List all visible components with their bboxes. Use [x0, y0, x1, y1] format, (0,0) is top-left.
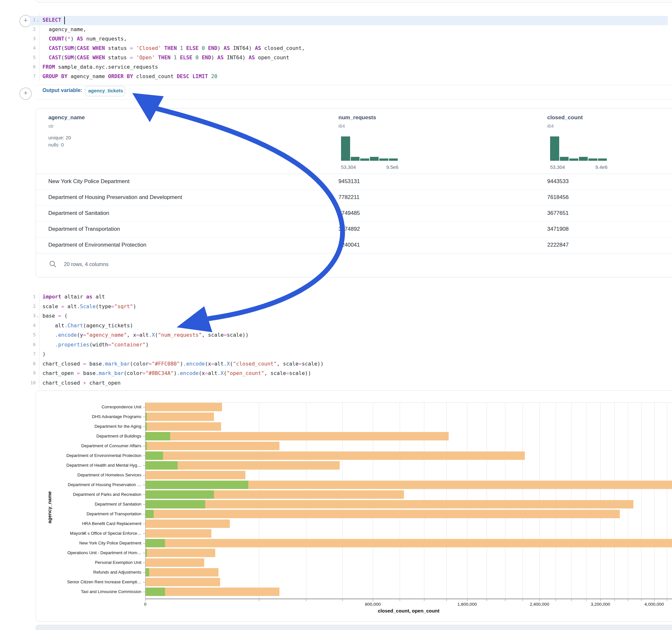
code-line[interactable]: FROM sample_data.nyc.service_requests	[43, 64, 158, 70]
histogram-bar	[579, 157, 588, 161]
code-token: (y	[77, 332, 83, 338]
code-token: "closed_count"	[233, 361, 277, 367]
histogram-bar	[589, 159, 597, 161]
code-token: 0	[201, 45, 205, 51]
collapse-chevron-icon[interactable]: ⌄	[36, 314, 39, 318]
table-row: Department of Housing Preservation and D…	[36, 190, 672, 205]
sql-code-cell[interactable]: 1⌄SELECT 2 agency_name,3 COUNT(*) AS num…	[0, 10, 672, 85]
line-number: 7	[23, 74, 35, 79]
code-token: alt	[139, 332, 149, 338]
code-token: CASE WHEN	[77, 54, 105, 60]
result-table-card: agency_namestrunique: 20nulls: 0num_requ…	[35, 108, 672, 277]
code-token: )	[180, 361, 183, 367]
code-line[interactable]: SELECT	[43, 17, 64, 23]
code-line[interactable]: chart_open = base.mark_bar(color="#8BC34…	[43, 370, 311, 376]
code-token: 1	[174, 54, 177, 60]
code-token: THEN	[158, 54, 170, 60]
code-token: ELSE	[180, 54, 193, 60]
histogram-bar	[370, 157, 379, 161]
table-row: Department of Sanitation37494853677651	[36, 205, 672, 221]
code-line[interactable]: chart_closed + chart_open	[43, 380, 121, 386]
code-line[interactable]: GROUP BY agency_name ORDER BY closed_cou…	[43, 73, 217, 79]
code-token: END	[201, 54, 211, 60]
code-token	[161, 45, 164, 51]
collapse-chevron-icon[interactable]: ⌄	[36, 18, 39, 22]
code-token: alt	[208, 370, 217, 376]
code-token: altair	[61, 294, 86, 300]
table-summary: 20 rows, 4 columns	[64, 262, 109, 267]
code-token: INT64)	[230, 45, 255, 51]
line-number: 6	[23, 64, 35, 69]
code-line[interactable]: CAST(SUM(CASE WHEN status = 'Open' THEN …	[43, 54, 289, 60]
code-token: DESC	[177, 73, 189, 79]
code-line[interactable]: scale = alt.Scale(type="sqrt")	[43, 303, 136, 310]
column-header: closed_count	[547, 114, 583, 121]
code-token: =	[83, 361, 86, 367]
line-number: 4	[23, 323, 35, 328]
python-code-cell[interactable]: 1import altair as alt2scale = alt.Scale(…	[0, 290, 672, 390]
search-icon[interactable]	[49, 260, 57, 269]
code-token: (	[230, 361, 233, 367]
column-header: num_requests	[338, 114, 376, 121]
code-line[interactable]: chart_closed = base.mark_bar(color="#FFC…	[43, 361, 323, 367]
code-line[interactable]: CAST(SUM(CASE WHEN status = 'Closed' THE…	[43, 45, 305, 51]
code-line[interactable]: .properties(width="container")	[43, 342, 149, 348]
histogram-bar	[379, 159, 388, 161]
code-token: (	[74, 54, 77, 60]
active-line-highlight	[30, 16, 668, 25]
code-line[interactable]: base = (	[43, 313, 67, 319]
code-token	[192, 54, 195, 60]
text-cursor	[64, 17, 65, 24]
code-token: THEN	[164, 45, 177, 51]
histogram-max-label: 9.5e6	[341, 164, 399, 170]
code-token: status	[105, 45, 130, 51]
code-token: .mark_bar	[102, 361, 130, 367]
code-token: =	[136, 332, 139, 338]
code-token: (	[61, 54, 65, 60]
code-token	[177, 54, 180, 60]
code-line[interactable]: agency_name,	[43, 26, 86, 32]
code-line[interactable]: )	[43, 351, 46, 357]
code-token: num_requests,	[83, 35, 127, 42]
output-variable-badge[interactable]: agency_tickets	[85, 86, 125, 96]
code-token: (type	[96, 303, 111, 310]
column-type: i64	[338, 123, 345, 129]
code-token: )	[174, 370, 177, 376]
code-token	[61, 17, 65, 23]
code-token: (	[64, 35, 67, 42]
line-number: 4	[23, 45, 35, 51]
code-line[interactable]: alt.Chart(agency_tickets)	[43, 322, 133, 329]
code-line[interactable]: .encode(y="agency_name", x=alt.X("num_re…	[43, 332, 249, 338]
code-line[interactable]: COUNT(*) AS num_requests,	[43, 35, 127, 42]
code-token	[133, 54, 136, 60]
code-token: .encode	[177, 370, 198, 376]
line-number: 3	[23, 36, 35, 41]
code-token: base	[86, 361, 102, 367]
code-token: )	[211, 54, 217, 60]
cell-num-requests: 9453131	[338, 178, 360, 185]
cell-closed-count: 3471908	[547, 226, 569, 232]
add-cell-button-middle[interactable]: +	[20, 88, 32, 100]
histogram-bar	[341, 137, 350, 161]
code-token: =	[286, 370, 289, 376]
code-token: 20	[211, 73, 217, 79]
code-token: 0	[195, 54, 199, 60]
code-token	[199, 45, 202, 51]
code-token: .X	[224, 361, 230, 367]
code-token: alt	[214, 361, 224, 367]
cell-num-requests: 2240041	[338, 242, 360, 248]
code-token: "sqrt"	[115, 303, 133, 310]
line-number: 5	[23, 55, 35, 60]
code-token: 'Closed'	[136, 45, 161, 51]
code-token: .encode	[183, 361, 205, 367]
histogram-bar	[360, 159, 369, 161]
code-token: =	[58, 313, 61, 319]
code-line[interactable]: import altair as alt	[43, 294, 105, 300]
code-token: alt	[43, 322, 64, 329]
code-token: "open_count"	[226, 370, 264, 376]
row-divider	[35, 99, 672, 99]
table-row: Department of Environmental Protection22…	[36, 237, 672, 253]
code-token: END	[208, 45, 217, 51]
code-token: import	[43, 294, 61, 300]
previous-cell-edge	[35, 0, 672, 3]
